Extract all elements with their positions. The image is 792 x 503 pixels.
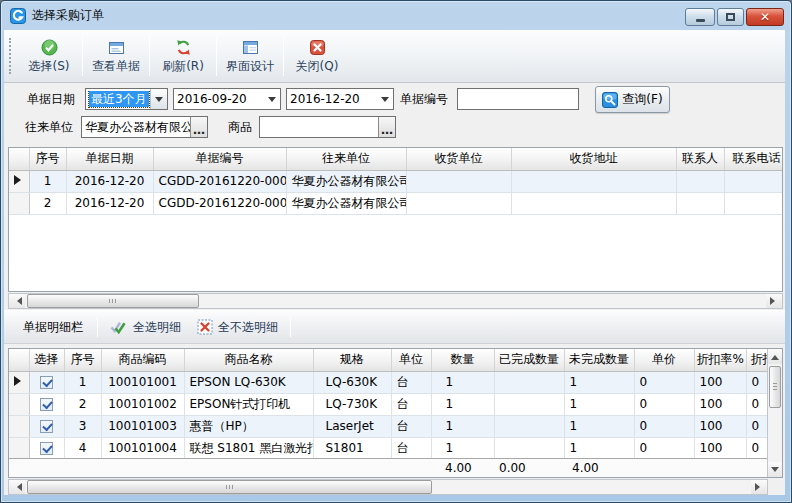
refresh-button[interactable]: 刷新(R) [151,30,215,82]
details-vertical-scrollbar[interactable] [767,349,782,477]
red-x-box-icon [197,319,213,335]
column-header[interactable]: 商品编码 [101,349,184,371]
column-header[interactable]: 数量 [431,349,494,371]
detail-panel-label: 单据明细栏 [23,319,83,336]
cell-name: EPSON针式打印机 [184,393,313,415]
column-header[interactable]: 收货单位 [406,148,511,170]
scroll-down-button[interactable] [768,462,782,477]
details-horizontal-scrollbar[interactable] [8,479,768,495]
ui-design-button[interactable]: 界面设计 [218,30,282,82]
scroll-right-button[interactable] [751,480,767,494]
vendor-value: 华夏办公器材有限公司 [82,119,190,136]
cell-seq: 1 [29,170,66,192]
column-header[interactable]: 折扣率% [694,349,746,371]
toolbar-separator [149,36,150,76]
cell-recv-addr [511,192,676,214]
scrollbar-thumb[interactable] [769,366,781,408]
toolbar-separator [97,317,98,337]
query-button[interactable]: 查询(F) [595,86,670,113]
vendor-browse-button[interactable]: … [190,117,207,137]
cell-undone: 1 [564,371,634,393]
cell-code: 100101003 [101,415,184,437]
column-header[interactable]: 单位 [391,349,431,371]
column-header[interactable]: 单据日期 [66,148,153,170]
column-header[interactable]: 未完成数量 [564,349,634,371]
cell-discount: 100 [694,393,746,415]
close-dialog-label: 关闭(Q) [296,58,339,75]
view-document-button[interactable]: 查看单据 [84,30,148,82]
date-from-picker[interactable]: 2016-09-20 [173,88,281,110]
close-button[interactable]: ✕ [746,8,784,26]
column-header[interactable]: 往来单位 [286,148,406,170]
detail-row[interactable]: 3 100101003 惠普（HP） LaserJet 台 1 1 0 100 … [9,415,769,437]
doc-no-input[interactable] [457,88,579,110]
scroll-right-button[interactable] [766,294,782,308]
current-row-marker [14,175,26,185]
close-dialog-button[interactable]: 关闭(Q) [285,30,349,82]
minimize-icon [696,19,705,22]
date-range-dropdown-button[interactable] [150,89,167,109]
minimize-button[interactable] [685,8,715,26]
row-checkbox[interactable] [40,376,53,389]
row-checkbox[interactable] [40,398,53,411]
triangle-left-icon [13,483,22,491]
cell-price: 0 [634,371,694,393]
cell-phone [724,170,783,192]
details-summary-row: 4.00 0.00 4.00 [9,458,767,477]
vendor-lookup-field[interactable]: 华夏办公器材有限公司 … [81,116,208,138]
row-checkbox[interactable] [40,442,53,455]
date-to-dropdown-button[interactable] [376,89,393,109]
column-header[interactable]: 单据编号 [153,148,286,170]
column-header[interactable]: 收货地址 [511,148,676,170]
product-browse-button[interactable]: … [378,117,395,137]
column-header[interactable]: 联系电话 [724,148,783,170]
cell-recv-unit [406,192,511,214]
column-header[interactable]: 折扣额 [746,349,769,371]
date-to-picker[interactable]: 2016-12-20 [286,88,394,110]
design-window-icon [242,39,259,56]
scrollbar-thumb[interactable] [27,294,199,308]
row-checkbox[interactable] [40,420,53,433]
date-from-dropdown-button[interactable] [263,89,280,109]
scroll-left-button[interactable] [9,294,25,308]
column-header[interactable]: 单价 [634,349,694,371]
maximize-button[interactable] [717,8,744,26]
scrollbar-thumb[interactable] [27,480,432,494]
column-header[interactable]: 序号 [29,148,66,170]
marker-column-header [9,148,29,170]
cell-name: 惠普（HP） [184,415,313,437]
scroll-up-button[interactable] [768,349,782,364]
cell-amount: 0 [746,371,769,393]
scroll-left-button[interactable] [9,480,25,494]
deselect-all-details-button[interactable]: 全不选明细 [189,315,286,340]
orders-horizontal-scrollbar[interactable] [8,293,783,309]
detail-row[interactable]: 4 100101004 联想 S1801 黑白激光打印机 S1801 台 1 1… [9,437,769,459]
cell-unit: 台 [391,393,431,415]
detail-row[interactable]: 1 100101001 EPSON LQ-630K LQ-630K 台 1 1 … [9,371,769,393]
toolbar-grip[interactable] [9,38,13,74]
undone-total: 4.00 [572,461,599,475]
column-header[interactable]: 规格 [313,349,391,371]
toolbar-separator [216,36,217,76]
cell-seq: 3 [64,415,101,437]
view-document-label: 查看单据 [92,58,140,75]
order-row[interactable]: 2 2016-12-20 CGDD-20161220-0002 华夏办公器材有限… [9,192,783,214]
column-header[interactable]: 商品名称 [184,349,313,371]
cell-seq: 4 [64,437,101,459]
triangle-right-icon [755,483,764,491]
column-header[interactable]: 选择 [29,349,64,371]
column-header[interactable]: 联系人 [676,148,724,170]
chevron-down-icon [268,97,276,106]
order-row[interactable]: 1 2016-12-20 CGDD-20161220-0001 华夏办公器材有限… [9,170,783,192]
column-header[interactable]: 已完成数量 [494,349,564,371]
title-bar[interactable]: 选择采购订单 ✕ [1,1,791,30]
select-button[interactable]: 选择(S) [17,30,81,82]
qty-total: 4.00 [445,461,472,475]
select-all-details-button[interactable]: 全选明细 [102,315,189,340]
date-range-combobox[interactable]: 最近3个月 [85,88,168,110]
column-header[interactable]: 序号 [64,349,101,371]
product-lookup-field[interactable]: … [259,116,396,138]
cell-vendor: 华夏办公器材有限公司 [286,192,406,214]
client-area: 选择(S) 查看单据 刷新(R) [4,30,785,495]
detail-row[interactable]: 2 100101002 EPSON针式打印机 LQ-730K 台 1 1 0 1… [9,393,769,415]
